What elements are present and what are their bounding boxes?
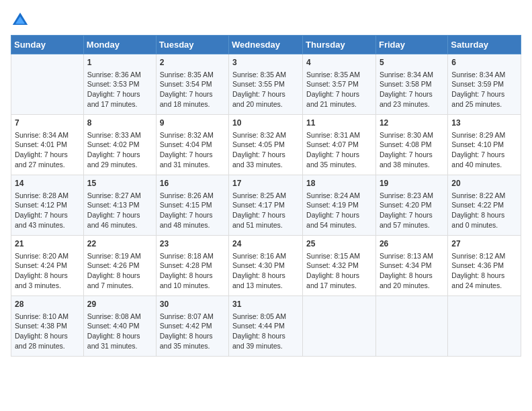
day-info: Sunrise: 8:33 AMSunset: 4:02 PMDaylight:…	[87, 130, 152, 170]
day-number: 13	[451, 118, 517, 129]
header-cell-monday: Monday	[83, 36, 156, 54]
logo-icon	[11, 11, 30, 30]
day-number: 12	[380, 118, 444, 129]
calendar-cell: 9Sunrise: 8:32 AMSunset: 4:04 PMDaylight…	[156, 115, 228, 175]
calendar-cell: 19Sunrise: 8:23 AMSunset: 4:20 PMDayligh…	[375, 175, 447, 236]
calendar-cell: 24Sunrise: 8:16 AMSunset: 4:30 PMDayligh…	[229, 236, 303, 296]
day-number: 18	[306, 178, 372, 189]
day-info: Sunrise: 8:07 AMSunset: 4:42 PMDaylight:…	[160, 312, 225, 351]
day-info: Sunrise: 8:25 AMSunset: 4:17 PMDaylight:…	[232, 191, 299, 230]
day-number: 9	[160, 118, 225, 129]
day-info: Sunrise: 8:31 AMSunset: 4:07 PMDaylight:…	[306, 130, 372, 170]
week-row-4: 28Sunrise: 8:10 AMSunset: 4:38 PMDayligh…	[11, 296, 521, 357]
day-number: 26	[380, 238, 444, 250]
day-number: 17	[232, 178, 299, 189]
day-info: Sunrise: 8:35 AMSunset: 3:55 PMDaylight:…	[232, 70, 299, 109]
day-number: 21	[15, 238, 80, 250]
header-cell-tuesday: Tuesday	[156, 36, 228, 54]
header-cell-friday: Friday	[375, 36, 447, 54]
calendar-cell: 6Sunrise: 8:34 AMSunset: 3:59 PMDaylight…	[448, 54, 521, 115]
day-number: 4	[306, 57, 372, 68]
header-cell-sunday: Sunday	[11, 36, 84, 54]
day-info: Sunrise: 8:32 AMSunset: 4:04 PMDaylight:…	[160, 130, 225, 170]
day-info: Sunrise: 8:12 AMSunset: 4:36 PMDaylight:…	[451, 251, 517, 291]
calendar-cell: 23Sunrise: 8:18 AMSunset: 4:28 PMDayligh…	[156, 236, 228, 296]
day-info: Sunrise: 8:29 AMSunset: 4:10 PMDaylight:…	[451, 130, 517, 170]
day-number: 28	[15, 299, 80, 310]
logo	[11, 11, 32, 30]
calendar-cell: 27Sunrise: 8:12 AMSunset: 4:36 PMDayligh…	[448, 236, 521, 296]
day-info: Sunrise: 8:05 AMSunset: 4:44 PMDaylight:…	[232, 312, 299, 351]
day-number: 10	[232, 118, 299, 129]
week-row-0: 1Sunrise: 8:36 AMSunset: 3:53 PMDaylight…	[11, 54, 521, 115]
calendar-cell: 11Sunrise: 8:31 AMSunset: 4:07 PMDayligh…	[303, 115, 376, 175]
day-number: 31	[232, 299, 299, 310]
day-number: 2	[160, 57, 225, 68]
calendar-table: SundayMondayTuesdayWednesdayThursdayFrid…	[11, 35, 521, 357]
day-info: Sunrise: 8:27 AMSunset: 4:13 PMDaylight:…	[87, 191, 152, 230]
day-info: Sunrise: 8:28 AMSunset: 4:12 PMDaylight:…	[15, 191, 80, 230]
day-number: 6	[451, 57, 517, 68]
day-number: 30	[160, 299, 225, 310]
day-number: 27	[451, 238, 517, 250]
day-info: Sunrise: 8:08 AMSunset: 4:40 PMDaylight:…	[87, 312, 152, 351]
week-row-3: 21Sunrise: 8:20 AMSunset: 4:24 PMDayligh…	[11, 236, 521, 296]
calendar-cell: 1Sunrise: 8:36 AMSunset: 3:53 PMDaylight…	[83, 54, 156, 115]
day-info: Sunrise: 8:35 AMSunset: 3:57 PMDaylight:…	[306, 70, 372, 109]
day-info: Sunrise: 8:36 AMSunset: 3:53 PMDaylight:…	[87, 70, 152, 109]
day-number: 20	[451, 178, 517, 189]
calendar-cell	[303, 296, 376, 357]
day-number: 23	[160, 238, 225, 250]
page-header	[11, 11, 521, 30]
day-info: Sunrise: 8:26 AMSunset: 4:15 PMDaylight:…	[160, 191, 225, 230]
calendar-cell: 3Sunrise: 8:35 AMSunset: 3:55 PMDaylight…	[229, 54, 303, 115]
calendar-cell: 2Sunrise: 8:35 AMSunset: 3:54 PMDaylight…	[156, 54, 228, 115]
day-number: 29	[87, 299, 152, 310]
day-number: 15	[87, 178, 152, 189]
day-number: 8	[87, 118, 152, 129]
day-info: Sunrise: 8:15 AMSunset: 4:32 PMDaylight:…	[306, 251, 372, 291]
header-cell-thursday: Thursday	[303, 36, 376, 54]
day-info: Sunrise: 8:34 AMSunset: 3:58 PMDaylight:…	[380, 70, 444, 109]
calendar-cell: 7Sunrise: 8:34 AMSunset: 4:01 PMDaylight…	[11, 115, 84, 175]
day-number: 19	[380, 178, 444, 189]
day-info: Sunrise: 8:18 AMSunset: 4:28 PMDaylight:…	[160, 251, 225, 291]
day-info: Sunrise: 8:22 AMSunset: 4:22 PMDaylight:…	[451, 191, 517, 230]
calendar-cell: 25Sunrise: 8:15 AMSunset: 4:32 PMDayligh…	[303, 236, 376, 296]
calendar-cell	[375, 296, 447, 357]
day-number: 22	[87, 238, 152, 250]
header-row: SundayMondayTuesdayWednesdayThursdayFrid…	[11, 36, 521, 54]
day-number: 24	[232, 238, 299, 250]
calendar-cell: 15Sunrise: 8:27 AMSunset: 4:13 PMDayligh…	[83, 175, 156, 236]
day-info: Sunrise: 8:16 AMSunset: 4:30 PMDaylight:…	[232, 251, 299, 291]
calendar-cell	[11, 54, 84, 115]
calendar-cell: 4Sunrise: 8:35 AMSunset: 3:57 PMDaylight…	[303, 54, 376, 115]
header-cell-saturday: Saturday	[448, 36, 521, 54]
day-number: 1	[87, 57, 152, 68]
day-info: Sunrise: 8:24 AMSunset: 4:19 PMDaylight:…	[306, 191, 372, 230]
day-info: Sunrise: 8:19 AMSunset: 4:26 PMDaylight:…	[87, 251, 152, 291]
day-number: 25	[306, 238, 372, 250]
calendar-cell: 20Sunrise: 8:22 AMSunset: 4:22 PMDayligh…	[448, 175, 521, 236]
day-number: 11	[306, 118, 372, 129]
calendar-cell: 22Sunrise: 8:19 AMSunset: 4:26 PMDayligh…	[83, 236, 156, 296]
day-number: 3	[232, 57, 299, 68]
calendar-cell: 31Sunrise: 8:05 AMSunset: 4:44 PMDayligh…	[229, 296, 303, 357]
day-info: Sunrise: 8:34 AMSunset: 4:01 PMDaylight:…	[15, 130, 80, 170]
calendar-cell	[448, 296, 521, 357]
calendar-cell: 8Sunrise: 8:33 AMSunset: 4:02 PMDaylight…	[83, 115, 156, 175]
calendar-cell: 18Sunrise: 8:24 AMSunset: 4:19 PMDayligh…	[303, 175, 376, 236]
day-info: Sunrise: 8:35 AMSunset: 3:54 PMDaylight:…	[160, 70, 225, 109]
day-info: Sunrise: 8:34 AMSunset: 3:59 PMDaylight:…	[451, 70, 517, 109]
day-info: Sunrise: 8:32 AMSunset: 4:05 PMDaylight:…	[232, 130, 299, 170]
day-info: Sunrise: 8:23 AMSunset: 4:20 PMDaylight:…	[380, 191, 444, 230]
calendar-cell: 14Sunrise: 8:28 AMSunset: 4:12 PMDayligh…	[11, 175, 84, 236]
day-info: Sunrise: 8:13 AMSunset: 4:34 PMDaylight:…	[380, 251, 444, 291]
day-number: 14	[15, 178, 80, 189]
calendar-cell: 17Sunrise: 8:25 AMSunset: 4:17 PMDayligh…	[229, 175, 303, 236]
day-info: Sunrise: 8:30 AMSunset: 4:08 PMDaylight:…	[380, 130, 444, 170]
calendar-cell: 5Sunrise: 8:34 AMSunset: 3:58 PMDaylight…	[375, 54, 447, 115]
day-info: Sunrise: 8:20 AMSunset: 4:24 PMDaylight:…	[15, 251, 80, 291]
calendar-cell: 13Sunrise: 8:29 AMSunset: 4:10 PMDayligh…	[448, 115, 521, 175]
day-info: Sunrise: 8:10 AMSunset: 4:38 PMDaylight:…	[15, 312, 80, 351]
